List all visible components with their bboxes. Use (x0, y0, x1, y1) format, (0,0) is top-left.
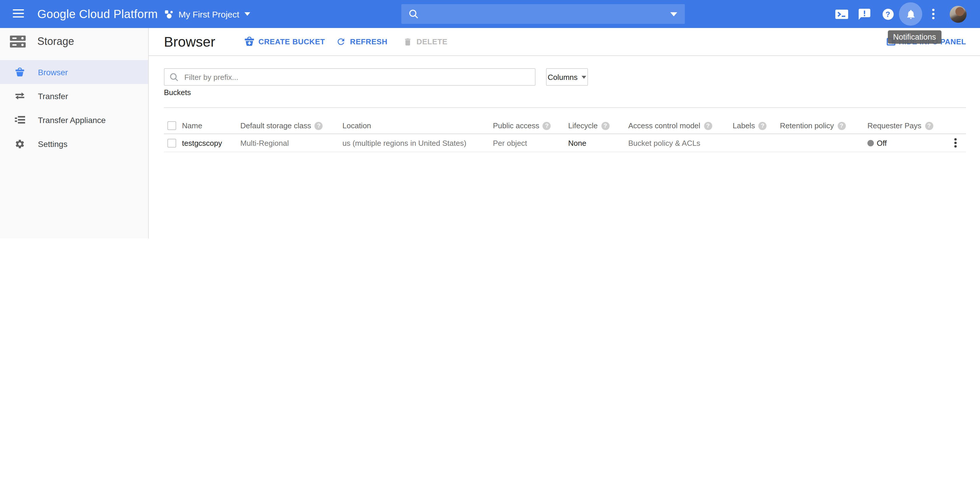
help-icon[interactable]: ? (543, 122, 551, 130)
notifications-tooltip: Notifications (888, 30, 941, 44)
sidebar-item-label: Browser (38, 67, 68, 77)
refresh-button[interactable]: REFRESH (336, 28, 387, 56)
transfer-arrows-icon (14, 92, 25, 100)
create-bucket-button[interactable]: CREATE BUCKET (244, 28, 325, 56)
chevron-down-icon (244, 12, 250, 16)
cell-access-control: Bucket policy & ACLs (628, 138, 733, 147)
table-row[interactable]: testgcscopy Multi-Regional us (multiple … (164, 134, 966, 152)
row-checkbox[interactable] (167, 138, 176, 147)
sidebar-item-label: Transfer Appliance (38, 115, 106, 124)
sidebar-title: Storage (37, 36, 74, 48)
sidebar-item-transfer-appliance[interactable]: Transfer Appliance (0, 108, 148, 132)
create-bucket-icon (244, 37, 255, 47)
delete-button[interactable]: DELETE (403, 28, 447, 56)
help-icon[interactable]: ? (837, 122, 846, 130)
help-icon[interactable]: ? (759, 122, 767, 130)
sidebar-header: Storage (0, 28, 148, 56)
project-icon (164, 10, 173, 18)
notifications-bell-icon[interactable] (899, 2, 922, 25)
cell-lifecycle: None (568, 138, 628, 147)
cell-requester-pays: Off (867, 138, 945, 147)
filter-field[interactable] (164, 68, 536, 86)
sidebar-item-label: Transfer (38, 91, 68, 100)
help-icon[interactable]: ? (704, 122, 712, 130)
buckets-table: Name Default storage class? Location Pub… (164, 107, 966, 152)
search-bar[interactable] (401, 4, 685, 24)
sidebar-item-settings[interactable]: Settings (0, 132, 148, 156)
page-title: Browser (164, 28, 215, 56)
sidebar-item-browser[interactable]: Browser (0, 60, 148, 84)
sidebar-item-transfer[interactable]: Transfer (0, 84, 148, 108)
feedback-icon[interactable] (859, 0, 870, 28)
refresh-icon (336, 37, 346, 47)
gear-icon (14, 138, 25, 149)
top-bar: Google Cloud Platform My First Project (0, 0, 980, 28)
bucket-name-link[interactable]: testgcscopy (182, 138, 240, 147)
project-name: My First Project (178, 9, 239, 19)
storage-product-icon (10, 36, 25, 48)
project-selector[interactable]: My First Project (164, 0, 250, 28)
product-logo[interactable]: Google Cloud Platform (37, 0, 158, 28)
more-options-icon[interactable] (931, 0, 936, 28)
avatar[interactable] (950, 6, 967, 23)
bucket-icon (14, 67, 25, 77)
select-all-checkbox[interactable] (167, 121, 176, 130)
trash-icon (403, 37, 412, 46)
cell-location: us (multiple regions in United States) (342, 138, 493, 147)
sidebar-nav: Browser Transfer (0, 60, 148, 156)
help-icon[interactable]: ? (882, 0, 894, 28)
table-header-row: Name Default storage class? Location Pub… (164, 107, 966, 134)
sidebar: Storage Browser (0, 28, 149, 238)
cell-storage-class: Multi-Regional (240, 138, 342, 147)
transfer-appliance-icon (14, 116, 25, 124)
columns-button[interactable]: Columns (546, 68, 588, 86)
buckets-section-label: Buckets (164, 88, 191, 97)
help-icon[interactable]: ? (315, 122, 323, 130)
sidebar-item-label: Settings (38, 139, 67, 148)
help-icon[interactable]: ? (601, 122, 609, 130)
filter-search-icon (170, 73, 178, 81)
cell-public-access: Per object (493, 138, 568, 147)
menu-icon[interactable] (13, 10, 24, 18)
filter-input[interactable] (183, 72, 530, 82)
search-dropdown-icon[interactable] (670, 12, 677, 16)
gcp-console: Google Cloud Platform My First Project (0, 0, 980, 238)
row-menu-icon[interactable] (952, 136, 959, 150)
search-icon (409, 10, 418, 19)
help-icon[interactable]: ? (925, 122, 933, 130)
cloud-shell-icon[interactable] (835, 0, 848, 28)
columns-caret-icon (582, 76, 586, 78)
status-dot (867, 140, 874, 146)
